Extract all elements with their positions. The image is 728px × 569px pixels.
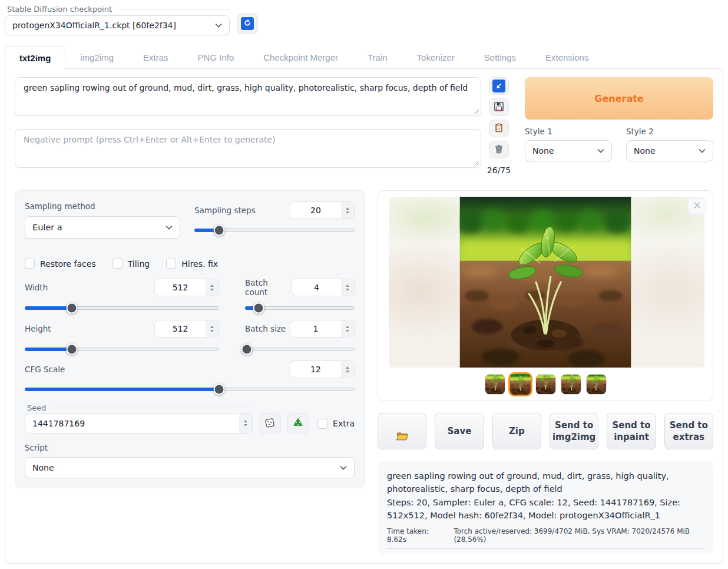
tab-extras[interactable]: Extras bbox=[128, 46, 183, 68]
width-label: Width bbox=[25, 283, 48, 292]
stepper-arrows[interactable] bbox=[206, 279, 219, 296]
read-params-button[interactable] bbox=[489, 77, 509, 95]
batch-count-input[interactable]: 4 bbox=[292, 279, 355, 296]
tab-txt2img[interactable]: txt2img bbox=[5, 46, 65, 69]
generate-button[interactable]: Generate bbox=[525, 77, 713, 120]
output-column: Save Zip Send to img2img Send to inpaint… bbox=[378, 190, 713, 554]
gallery-thumbnail-5[interactable] bbox=[586, 374, 607, 395]
refresh-checkpoint-button[interactable] bbox=[237, 13, 258, 34]
chevron-down-icon bbox=[340, 465, 347, 470]
tab-tokenizer[interactable]: Tokenizer bbox=[402, 46, 469, 68]
sampling-method-label: Sampling method bbox=[25, 201, 180, 211]
stepper-arrows[interactable] bbox=[341, 320, 354, 337]
width-value: 512 bbox=[155, 279, 206, 296]
style1-select[interactable]: None bbox=[525, 140, 612, 161]
style2-select[interactable]: None bbox=[626, 140, 713, 161]
script-select[interactable]: None bbox=[25, 457, 355, 478]
height-slider[interactable] bbox=[25, 348, 219, 351]
info-params-text: Steps: 20, Sampler: Euler a, CFG scale: … bbox=[387, 496, 704, 522]
slider-knob[interactable] bbox=[241, 344, 252, 355]
sampling-method-select[interactable]: Euler a bbox=[25, 216, 180, 239]
slider-knob[interactable] bbox=[66, 303, 77, 314]
sampling-steps-label: Sampling steps bbox=[194, 206, 256, 215]
main-tabs: txt2img img2img Extras PNG Info Checkpoi… bbox=[0, 46, 728, 68]
random-seed-button[interactable] bbox=[259, 413, 281, 434]
width-slider[interactable] bbox=[25, 306, 219, 310]
save-style-button[interactable] bbox=[489, 98, 509, 116]
slider-knob[interactable] bbox=[253, 303, 264, 314]
width-input[interactable]: 512 bbox=[154, 279, 219, 296]
height-value: 512 bbox=[155, 320, 206, 337]
prompt-input[interactable]: green sapling rowing out of ground, mud,… bbox=[15, 78, 481, 113]
negative-prompt-input[interactable] bbox=[15, 130, 481, 165]
close-gallery-button[interactable] bbox=[688, 198, 706, 214]
hires-fix-checkbox[interactable]: Hires. fix bbox=[166, 259, 218, 269]
generation-params-panel: Sampling method Euler a Sampling steps 2… bbox=[15, 190, 365, 488]
sampling-steps-slider[interactable] bbox=[194, 229, 355, 232]
tiling-checkbox[interactable]: Tiling bbox=[112, 259, 150, 269]
stepper-arrows[interactable] bbox=[341, 361, 354, 378]
checkpoint-bar: Stable Diffusion checkpoint protogenX34O… bbox=[0, 0, 728, 35]
height-label: Height bbox=[25, 324, 51, 333]
gallery-thumbnail-3[interactable] bbox=[535, 374, 556, 395]
batch-count-value: 4 bbox=[292, 279, 341, 296]
open-folder-button[interactable] bbox=[378, 413, 426, 449]
token-counter: 26/75 bbox=[487, 166, 511, 175]
tab-settings[interactable]: Settings bbox=[469, 46, 531, 68]
seed-label: Seed bbox=[27, 403, 47, 412]
tab-png-info[interactable]: PNG Info bbox=[183, 46, 249, 68]
slider-knob[interactable] bbox=[213, 225, 224, 236]
batch-count-label: Batch count bbox=[245, 278, 292, 297]
tab-img2img[interactable]: img2img bbox=[65, 46, 128, 68]
checkpoint-select[interactable]: protogenX34OfficialR_1.ckpt [60fe2f34] bbox=[5, 15, 230, 35]
cfg-scale-slider[interactable] bbox=[25, 388, 355, 391]
generated-image[interactable] bbox=[460, 197, 631, 368]
zip-button[interactable]: Zip bbox=[492, 413, 541, 449]
chevron-down-icon bbox=[215, 23, 222, 28]
extra-seed-checkbox[interactable]: Extra bbox=[317, 419, 355, 429]
seed-input[interactable]: 1441787169 bbox=[25, 413, 253, 434]
tiling-label: Tiling bbox=[128, 259, 150, 269]
dice-icon bbox=[264, 417, 276, 431]
tab-train[interactable]: Train bbox=[353, 46, 402, 68]
clear-prompt-button[interactable] bbox=[489, 141, 509, 158]
refresh-icon bbox=[241, 17, 254, 30]
paste-button[interactable] bbox=[489, 120, 509, 137]
stepper-arrows[interactable] bbox=[206, 320, 219, 337]
batch-size-input[interactable]: 1 bbox=[290, 320, 355, 338]
send-to-img2img-button[interactable]: Send to img2img bbox=[550, 413, 598, 449]
seed-value: 1441787169 bbox=[25, 414, 239, 433]
style1-label: Style 1 bbox=[525, 127, 612, 136]
generate-column: Generate Style 1 None Style 2 None bbox=[517, 77, 713, 161]
tab-checkpoint-merger[interactable]: Checkpoint Merger bbox=[249, 46, 353, 68]
output-actions: Save Zip Send to img2img Send to inpaint… bbox=[378, 413, 713, 449]
batch-size-slider[interactable] bbox=[245, 348, 355, 351]
restore-faces-label: Restore faces bbox=[40, 259, 96, 269]
slider-knob[interactable] bbox=[66, 344, 77, 355]
extra-seed-label: Extra bbox=[333, 419, 355, 428]
info-vram: Torch active/reserved: 3699/4702 MiB, Sy… bbox=[454, 527, 704, 544]
prompt-column: green sapling rowing out of ground, mud,… bbox=[15, 77, 481, 168]
info-prompt-text: green sapling rowing out of ground, mud,… bbox=[387, 469, 704, 496]
batch-count-slider[interactable] bbox=[245, 306, 355, 310]
stepper-arrows[interactable] bbox=[341, 202, 354, 219]
send-to-inpaint-button[interactable]: Send to inpaint bbox=[607, 413, 656, 449]
stepper-arrows[interactable] bbox=[341, 279, 354, 296]
gallery-thumbnail-4[interactable] bbox=[561, 374, 581, 395]
height-input[interactable]: 512 bbox=[154, 320, 219, 338]
slider-knob[interactable] bbox=[214, 384, 225, 395]
send-to-extras-button[interactable]: Send to extras bbox=[664, 413, 713, 449]
restore-faces-checkbox[interactable]: Restore faces bbox=[25, 259, 96, 269]
cfg-scale-input[interactable]: 12 bbox=[290, 360, 355, 378]
sampling-steps-input[interactable]: 20 bbox=[290, 201, 355, 219]
gallery-thumbnail-2-selected[interactable] bbox=[508, 372, 532, 396]
thumbnail-strip bbox=[378, 374, 713, 395]
prompt-field-wrap: green sapling rowing out of ground, mud,… bbox=[15, 77, 481, 116]
gallery-thumbnail-1[interactable] bbox=[485, 374, 505, 395]
batch-size-value: 1 bbox=[290, 320, 341, 337]
reuse-seed-button[interactable] bbox=[287, 413, 309, 434]
sd-webui-page: Stable Diffusion checkpoint protogenX34O… bbox=[0, 0, 728, 569]
tab-extensions[interactable]: Extensions bbox=[531, 46, 603, 68]
stepper-arrows[interactable] bbox=[239, 414, 252, 433]
save-button[interactable]: Save bbox=[435, 413, 484, 449]
